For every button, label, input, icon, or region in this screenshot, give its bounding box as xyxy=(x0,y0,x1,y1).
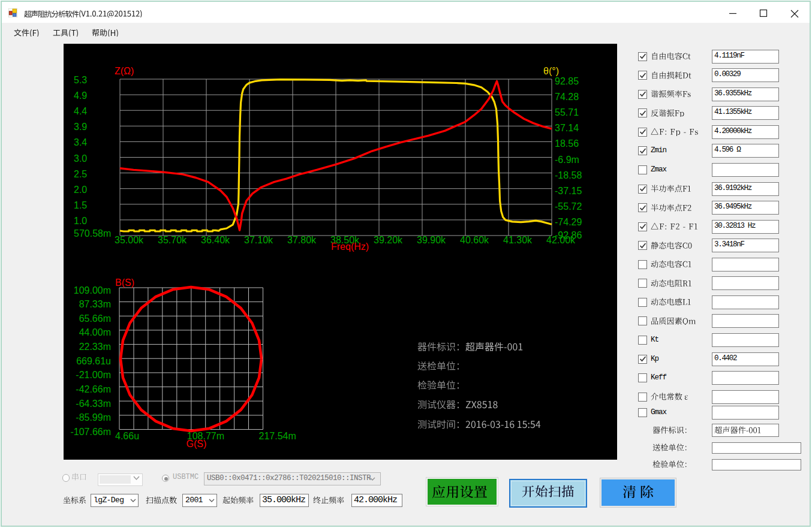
svg-text:-64.33m: -64.33m xyxy=(76,399,111,409)
svg-text:Freq(Hz): Freq(Hz) xyxy=(331,242,369,252)
svg-text:5.3: 5.3 xyxy=(74,75,87,85)
svg-text:39.20k: 39.20k xyxy=(374,235,403,245)
svg-text:22.33m: 22.33m xyxy=(79,342,111,352)
svg-text:92.85: 92.85 xyxy=(555,76,579,86)
svg-text:39.90k: 39.90k xyxy=(417,235,446,245)
svg-text:3.9: 3.9 xyxy=(74,122,87,132)
svg-text:4.9: 4.9 xyxy=(74,90,87,101)
svg-text:4.66u: 4.66u xyxy=(115,431,139,441)
svg-text:55.71: 55.71 xyxy=(555,107,579,117)
svg-text:2.5: 2.5 xyxy=(74,169,87,179)
svg-text:42.00k: 42.00k xyxy=(546,235,576,245)
svg-text:41.30k: 41.30k xyxy=(503,235,533,245)
svg-text:2.0: 2.0 xyxy=(74,185,87,195)
svg-text:-74.29: -74.29 xyxy=(555,217,582,227)
svg-text:G(S): G(S) xyxy=(187,439,207,449)
svg-text:1.5: 1.5 xyxy=(74,200,87,210)
svg-text:-37.15: -37.15 xyxy=(555,186,582,196)
svg-text:35.70k: 35.70k xyxy=(158,235,187,245)
svg-text:-107.66m: -107.66m xyxy=(70,427,111,437)
svg-text:44.00m: 44.00m xyxy=(79,327,111,337)
svg-text:40.60k: 40.60k xyxy=(460,235,489,245)
svg-text:B(S): B(S) xyxy=(115,277,134,288)
svg-text:3.4: 3.4 xyxy=(74,137,87,147)
svg-text:74.28: 74.28 xyxy=(555,92,579,102)
svg-text:4.4: 4.4 xyxy=(74,106,87,116)
svg-text:-85.99m: -85.99m xyxy=(76,412,111,423)
svg-text:37.10k: 37.10k xyxy=(244,235,273,245)
svg-text:3.0: 3.0 xyxy=(74,153,87,164)
svg-text:36.40k: 36.40k xyxy=(201,235,230,245)
svg-text:-18.58: -18.58 xyxy=(555,170,582,180)
svg-text:18.56: 18.56 xyxy=(555,138,579,149)
svg-text:65.66m: 65.66m xyxy=(79,313,111,324)
svg-text:Z(Ω): Z(Ω) xyxy=(115,66,134,76)
svg-text:θ(°): θ(°) xyxy=(543,66,559,76)
svg-text:-42.66m: -42.66m xyxy=(76,384,111,394)
svg-text:-21.00m: -21.00m xyxy=(76,370,111,380)
svg-text:37.80k: 37.80k xyxy=(287,235,317,245)
svg-text:570.58m: 570.58m xyxy=(74,228,111,239)
svg-text:35.00k: 35.00k xyxy=(115,235,144,245)
svg-text:-6.9m: -6.9m xyxy=(555,155,579,165)
svg-text:1.0: 1.0 xyxy=(74,216,87,226)
svg-text:217.54m: 217.54m xyxy=(259,431,296,441)
svg-text:669.61u: 669.61u xyxy=(76,356,111,366)
svg-text:37.14: 37.14 xyxy=(555,123,579,133)
svg-text:109.00m: 109.00m xyxy=(74,285,111,295)
svg-text:87.33m: 87.33m xyxy=(79,299,111,309)
svg-text:-55.72: -55.72 xyxy=(555,201,582,212)
